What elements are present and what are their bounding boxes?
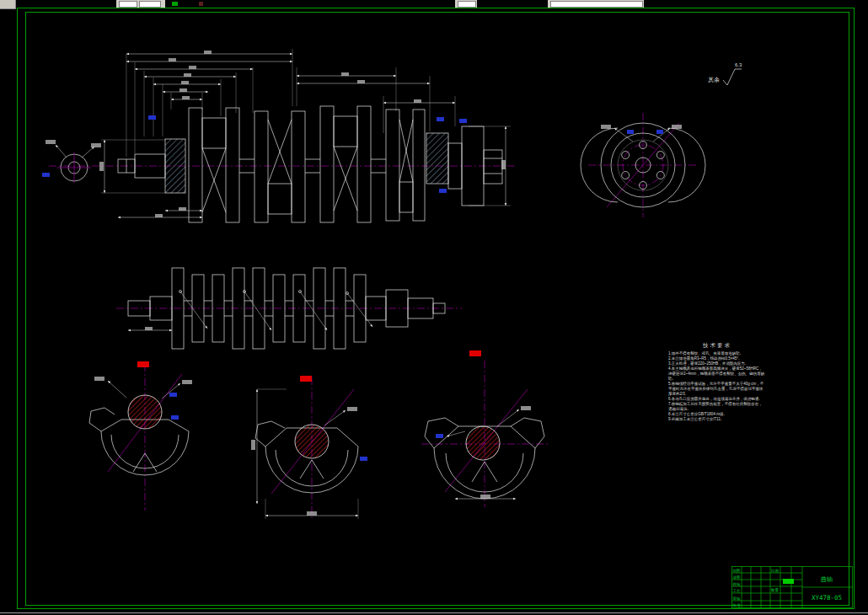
tech-note-line: 9.机械加工未注公差尺寸按IT11。 bbox=[668, 417, 766, 422]
title-block-label: 审核 bbox=[733, 596, 742, 601]
title-block: 制图 描图 校核 工艺 审核 批准 比例 数量 曲轴 XY478-05 bbox=[732, 567, 853, 608]
crank-throw bbox=[386, 110, 425, 221]
title-block-label: 工艺 bbox=[733, 588, 742, 593]
roughness-symbol-icon bbox=[723, 69, 742, 85]
crank-throw bbox=[255, 111, 305, 222]
cad-window: 其余 6.3 制图 描图 校核 工艺 审核 批准 比例 数量 曲轴 XY478-… bbox=[0, 0, 868, 615]
highlighted-dimension bbox=[656, 130, 663, 134]
title-block-drawing-number: XY478-05 bbox=[812, 594, 842, 602]
title-block-part-name: 曲轴 bbox=[821, 576, 833, 583]
crankshaft-elevation-view bbox=[42, 49, 516, 222]
crank-throw bbox=[320, 106, 371, 222]
crankpin-section-hatched bbox=[295, 425, 329, 458]
crankshaft-silhouette-view bbox=[116, 268, 462, 349]
highlighted-dimension bbox=[42, 173, 50, 177]
title-block-highlight-cell bbox=[783, 579, 794, 584]
section-label-highlight bbox=[137, 361, 149, 367]
crankpin-section-hatched bbox=[128, 395, 162, 429]
crankpin-section-hatched bbox=[466, 426, 500, 460]
tech-note-line: 7.曲轴精加工后作无损探伤检查，不得有任何裂纹存在，退磁后清洗。 bbox=[668, 402, 766, 412]
tech-requirements-title: 技术要求 bbox=[668, 342, 766, 350]
highlighted-dimension bbox=[437, 117, 444, 121]
title-block-label: 制图 bbox=[733, 569, 741, 573]
cad-canvas[interactable]: 其余 6.3 制图 描图 校核 工艺 审核 批准 比例 数量 曲轴 XY478-… bbox=[0, 0, 868, 615]
highlighted-dimension bbox=[627, 130, 634, 134]
highlighted-dimension bbox=[171, 415, 179, 420]
title-block-label: 描图 bbox=[732, 575, 741, 580]
section-label-highlight bbox=[469, 350, 481, 356]
title-block-label: 校核 bbox=[733, 582, 742, 586]
highlighted-dimension bbox=[148, 115, 156, 120]
tech-requirements-block: 技术要求 1.铸件不得有裂纹、缩孔、夹渣等铸造缺陷。 2.未注铸造圆角R3~R5… bbox=[668, 342, 766, 422]
tech-note-line: 5.曲轴须经动平衡试验，允许不平衡量不大于40g·cm，不平衡时允许在平衡块外缘… bbox=[668, 382, 766, 397]
oil-hole-leaders bbox=[179, 291, 373, 331]
bolt-hole bbox=[622, 172, 630, 179]
surface-finish-note: 其余 6.3 bbox=[708, 62, 742, 85]
web-section-c bbox=[421, 350, 549, 507]
web-section-b bbox=[251, 376, 367, 521]
flange-front-view bbox=[581, 113, 705, 217]
highlighted-dimension bbox=[360, 457, 367, 461]
crank-throw bbox=[189, 108, 239, 222]
highlighted-dimension bbox=[439, 189, 447, 193]
surface-note-label: 其余 bbox=[708, 77, 720, 83]
title-block-label: 批准 bbox=[732, 603, 742, 607]
highlighted-dimension bbox=[436, 434, 443, 438]
main-journal-hatched bbox=[165, 139, 185, 193]
web-section-a bbox=[89, 361, 192, 511]
highlighted-dimension bbox=[169, 393, 177, 397]
window-bottom-edge bbox=[0, 612, 868, 613]
title-block-label: 数量 bbox=[771, 588, 780, 592]
tech-note-line: 4.各主轴颈及连杆轴颈表面高频淬火，硬度52~58HRC，淬硬层深2~4mm，轴… bbox=[668, 366, 766, 382]
section-label-highlight bbox=[300, 376, 312, 382]
highlighted-dimension bbox=[459, 119, 467, 123]
surface-note-value: 6.3 bbox=[735, 62, 742, 67]
main-journal-hatched bbox=[426, 133, 448, 184]
shaft-end-view bbox=[42, 140, 101, 183]
